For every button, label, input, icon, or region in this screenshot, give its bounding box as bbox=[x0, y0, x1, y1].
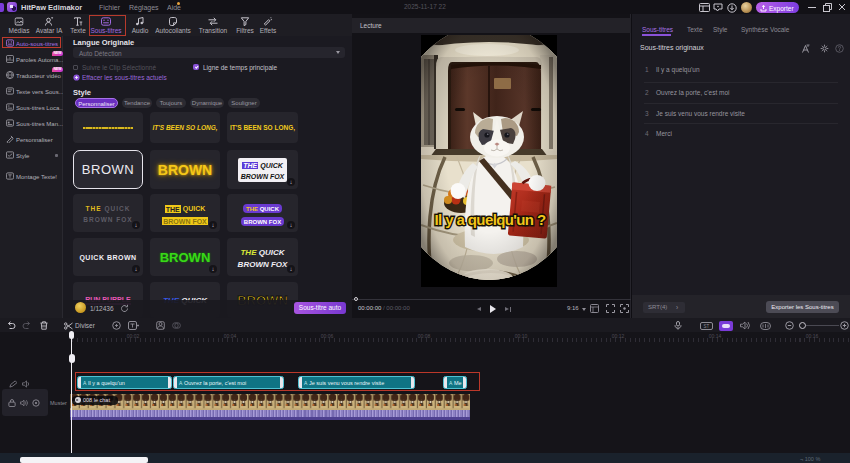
svg-text:Il y a quelqu'un ?: Il y a quelqu'un ? bbox=[434, 211, 546, 228]
